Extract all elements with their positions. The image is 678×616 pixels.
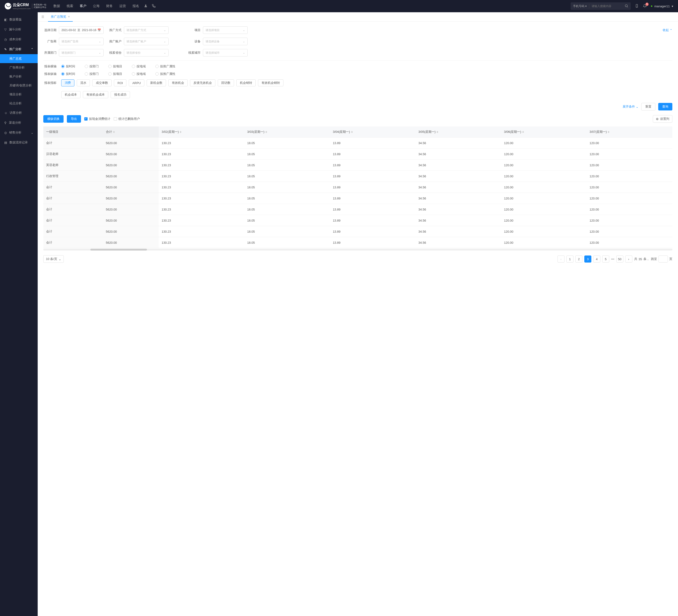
sidebar-item-2[interactable]: ◷成本分析	[0, 34, 38, 44]
v-axis-opts-option-4[interactable]: 按推广属性	[155, 72, 176, 76]
sidebar-subitem-3-4[interactable]: 项目分析	[0, 90, 38, 99]
close-icon[interactable]: ×	[68, 15, 70, 19]
bell-icon[interactable]: 5	[643, 4, 647, 8]
col-date-2[interactable]: 3/04(星期一)	[330, 126, 416, 138]
method-select[interactable]: 请选择推广方式⌄	[124, 26, 168, 34]
metric-tag-2[interactable]: 成交单数	[92, 79, 112, 86]
v-axis-opts-option-1[interactable]: 按部门	[85, 72, 101, 76]
metric-tag-6[interactable]: 有效机会	[168, 79, 188, 86]
page-button-4[interactable]: 4	[593, 255, 600, 262]
col-date-0[interactable]: 3/02(星期一)	[159, 126, 244, 138]
export-button[interactable]: 导出	[67, 115, 81, 123]
page-next-button[interactable]: ›	[625, 255, 632, 262]
page-prev-button[interactable]: ‹	[558, 255, 565, 262]
h-axis-opts-option-2[interactable]: 按项目	[108, 64, 125, 69]
nav-item-2[interactable]: 客户	[80, 4, 86, 8]
col-date-3[interactable]: 3/05(星期一)	[416, 126, 501, 138]
metric-tag-0[interactable]: 消费	[61, 79, 74, 86]
gear-icon: ⚙	[656, 117, 659, 121]
visitor-icon: ☺	[4, 111, 7, 115]
col-date-5[interactable]: 3/07(星期一)	[587, 126, 672, 138]
v-axis-opts-option-0[interactable]: 按时间	[61, 72, 78, 76]
page-button-2[interactable]: 2	[575, 255, 582, 262]
sidebar-subitem-3-5[interactable]: 站点分析	[0, 99, 38, 108]
h-axis-opts-option-3[interactable]: 按地域	[132, 64, 148, 69]
sidebar-item-3[interactable]: ✎推广分析⌃	[0, 44, 38, 54]
sidebar-subitem-3-1[interactable]: 广告商分析	[0, 63, 38, 72]
tab-menu-icon[interactable]: ☰	[40, 15, 46, 19]
expand-conditions-button[interactable]: 展开条件⌄	[623, 105, 638, 109]
search-input[interactable]	[589, 4, 622, 8]
tab-promo-overview[interactable]: 推广总预览 ×	[48, 12, 73, 22]
nav-item-0[interactable]: 数据	[53, 4, 60, 8]
col-name[interactable]: 一级项目	[43, 126, 103, 138]
province-select[interactable]: 请选择省份⌄	[124, 49, 168, 57]
user-icon[interactable]	[144, 4, 148, 8]
sidebar-item-1[interactable]: ▽漏斗分析	[0, 25, 38, 34]
col-total[interactable]: 合计	[103, 126, 159, 138]
sidebar-subitem-3-3[interactable]: 关键词/创意分析	[0, 81, 38, 90]
sidebar-item-7[interactable]: ▤数据流转记录	[0, 138, 38, 147]
logo-text: 云朵CRM	[13, 3, 31, 7]
collapse-button[interactable]: 收起⌃	[663, 28, 672, 32]
metric-tag-8[interactable]: 回访数	[218, 79, 234, 86]
metric-tag-9[interactable]: 机会销转	[236, 79, 256, 86]
advertiser-select[interactable]: 请选择广告商⌄	[59, 38, 104, 45]
metric-tag-1[interactable]: 流水	[77, 79, 90, 86]
sidebar-subitem-3-2[interactable]: 账户分析	[0, 72, 38, 81]
metric-tag-13[interactable]: 报名成功	[111, 91, 130, 98]
metric-tag-3[interactable]: ROI	[114, 79, 126, 86]
col-date-4[interactable]: 3/06(星期一)	[501, 126, 587, 138]
user-menu[interactable]: manager11 ▾	[651, 4, 673, 8]
metric-tag-4[interactable]: ARPU	[129, 79, 144, 86]
page-last-button[interactable]: 50	[616, 255, 624, 262]
cell-value: 120.00	[587, 182, 672, 193]
sidebar-item-0[interactable]: ◧数据看版	[0, 14, 38, 25]
nav-item-1[interactable]: 线索	[67, 4, 73, 8]
page-jump-input[interactable]	[658, 255, 668, 262]
phone-icon[interactable]	[152, 4, 156, 8]
v-axis-opts-option-2[interactable]: 按项目	[108, 72, 125, 76]
horizontal-scrollbar[interactable]	[43, 249, 672, 251]
metric-tag-10[interactable]: 有效机会销转	[258, 79, 284, 86]
v-axis-opts-option-3[interactable]: 按地域	[132, 72, 148, 76]
nav-item-3[interactable]: 公海	[93, 4, 100, 8]
project-select[interactable]: 请选择项目⌄	[203, 26, 248, 34]
mobile-icon[interactable]	[635, 4, 639, 8]
page-size-select[interactable]: 10 条/页⌄	[43, 255, 64, 263]
device-select[interactable]: 请选择设备⌄	[203, 38, 248, 45]
date-range-input[interactable]: 2021-03-02 至 2021-03-16 📅	[59, 26, 104, 34]
nav-item-5[interactable]: 运营	[119, 4, 126, 8]
metric-tag-12[interactable]: 有效机会成本	[83, 91, 108, 98]
sidebar-subitem-3-0[interactable]: 推广总览	[0, 54, 38, 63]
column-settings-button[interactable]: ⚙ 设置列	[653, 115, 672, 123]
city-select[interactable]: 请选择城市⌄	[203, 49, 248, 57]
sidebar-item-5[interactable]: ⚲渠道分析	[0, 118, 38, 128]
deleted-user-checkbox[interactable]: 统计已删除用户	[114, 117, 140, 121]
page-button-5[interactable]: 5	[602, 255, 609, 262]
reset-button[interactable]: 重置	[641, 103, 655, 110]
cell-value: 18.05	[244, 204, 330, 215]
department-select[interactable]: 请选择部门⌄	[59, 49, 104, 57]
account-select[interactable]: 请选择推广账户⌄	[124, 38, 168, 45]
nav-item-6[interactable]: 报名	[133, 4, 139, 8]
switch-axis-button[interactable]: 横纵切换	[43, 115, 64, 123]
h-axis-opts-option-0[interactable]: 按时间	[61, 64, 78, 69]
nav-item-4[interactable]: 财务	[106, 4, 113, 8]
h-axis-opts-option-1[interactable]: 按部门	[85, 64, 101, 69]
metric-tag-5[interactable]: 新机会数	[147, 79, 166, 86]
page-button-1[interactable]: 1	[566, 255, 573, 262]
metric-tag-7[interactable]: 反馈无效机会	[190, 79, 215, 86]
page-button-3[interactable]: 3	[584, 255, 591, 262]
sidebar-item-6[interactable]: ◎销售分析⌄	[0, 128, 38, 138]
query-button[interactable]: 查询	[658, 103, 672, 110]
cell-value: 18.05	[244, 149, 330, 160]
cash-stat-checkbox[interactable]: 按现金消费统计	[84, 117, 110, 121]
search-icon[interactable]	[622, 4, 631, 8]
cell-name: 会计	[43, 193, 103, 204]
h-axis-opts-option-4[interactable]: 按推广属性	[155, 64, 176, 69]
col-date-1[interactable]: 3/03(星期一)	[244, 126, 330, 138]
search-type-select[interactable]: 手机号码 ▾	[571, 4, 589, 8]
metric-tag-11[interactable]: 机会成本	[61, 91, 80, 98]
sidebar-item-4[interactable]: ☺访客分析	[0, 108, 38, 118]
